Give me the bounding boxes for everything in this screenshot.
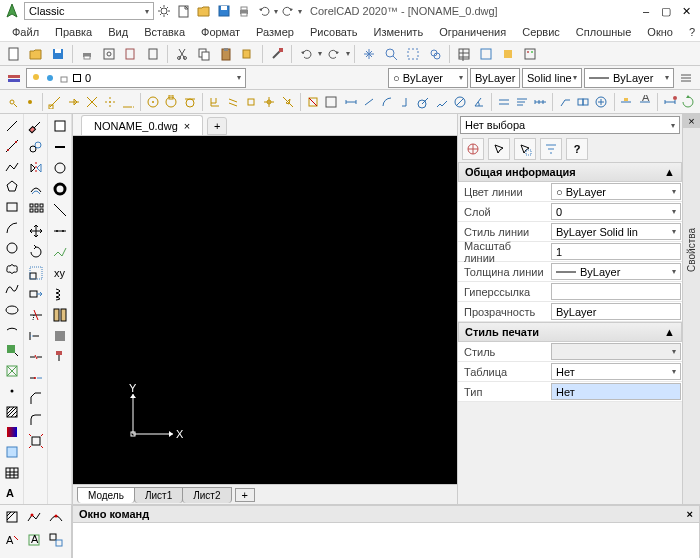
menu-help[interactable]: ? — [685, 24, 699, 40]
linestyle-manager-button[interactable] — [676, 68, 696, 88]
rectangle-button[interactable] — [2, 198, 22, 217]
linecolor-select[interactable]: ○ByLayer▾ — [551, 183, 681, 200]
dim-edit-button[interactable] — [618, 92, 634, 112]
panel-close-button[interactable]: × — [683, 114, 700, 128]
scale-button[interactable] — [26, 263, 46, 283]
arc-button[interactable] — [2, 218, 22, 237]
circle-button[interactable] — [2, 239, 22, 258]
esnap-nod-button[interactable] — [261, 92, 277, 112]
infiniteline-button[interactable] — [2, 136, 22, 155]
menu-service[interactable]: Сервис — [518, 24, 564, 40]
esnap-cen-button[interactable] — [145, 92, 161, 112]
mtext-button[interactable]: A — [2, 484, 22, 503]
dim-update-button[interactable] — [680, 92, 696, 112]
lineweight-select[interactable]: ByLayer ▾ — [584, 68, 674, 88]
preview-button[interactable] — [99, 44, 119, 64]
hatch-button[interactable] — [2, 402, 22, 421]
dim-base-button[interactable] — [514, 92, 530, 112]
undo-dropdown-icon[interactable]: ▾ — [274, 7, 278, 16]
insertblock-button[interactable] — [2, 341, 22, 360]
pick-quick-button[interactable] — [462, 138, 484, 160]
lineweight-select[interactable]: ByLayer▾ — [551, 263, 681, 280]
help-button[interactable]: ? — [566, 138, 588, 160]
table-button[interactable] — [2, 463, 22, 482]
redo-button[interactable] — [324, 44, 344, 64]
selection-combo[interactable]: Нет выбора ▾ — [460, 116, 680, 134]
mirror-button[interactable] — [26, 158, 46, 178]
menu-edit[interactable]: Правка — [51, 24, 96, 40]
esnap-tan-button[interactable] — [182, 92, 198, 112]
polygon-button[interactable] — [2, 177, 22, 196]
minimize-button[interactable]: – — [638, 4, 654, 18]
color-select[interactable]: ○ByLayer ▾ — [388, 68, 468, 88]
model-tab[interactable]: Модель — [77, 487, 135, 503]
add-sheet-button[interactable]: + — [235, 488, 255, 502]
dim-style-button[interactable] — [662, 92, 678, 112]
pan-button[interactable] — [359, 44, 379, 64]
makeblock-button[interactable] — [2, 361, 22, 380]
edit-pline-button[interactable] — [24, 507, 44, 527]
extend-button[interactable] — [26, 326, 46, 346]
mask-button[interactable] — [50, 326, 70, 346]
workspace-selector[interactable]: Classic ▾ — [24, 2, 154, 20]
offset-button[interactable] — [26, 179, 46, 199]
esnap-par-button[interactable] — [225, 92, 241, 112]
explode-button[interactable] — [26, 431, 46, 451]
layer-select[interactable]: 0▾ — [551, 203, 681, 220]
chamfer-button[interactable] — [26, 389, 46, 409]
wipeout-button[interactable] — [50, 116, 70, 136]
xref-button[interactable] — [476, 44, 496, 64]
dim-leader-button[interactable] — [557, 92, 573, 112]
dim-arc-button[interactable] — [379, 92, 395, 112]
type-select[interactable]: Нет — [551, 383, 681, 400]
properties-tab-label[interactable]: Свойства — [686, 228, 697, 272]
cut-button[interactable] — [172, 44, 192, 64]
hyperlink-input[interactable] — [551, 283, 681, 300]
dim-dia-button[interactable] — [452, 92, 468, 112]
sheet1-tab[interactable]: Лист1 — [134, 487, 183, 503]
cursor-window-button[interactable] — [514, 138, 536, 160]
print-icon[interactable] — [236, 3, 252, 19]
dim-rad-button[interactable] — [416, 92, 432, 112]
menu-insert[interactable]: Вставка — [140, 24, 189, 40]
section-print-header[interactable]: Стиль печати ▲ — [458, 322, 682, 342]
alignx-button[interactable] — [50, 221, 70, 241]
redo-icon[interactable] — [280, 3, 296, 19]
rotate-button[interactable] — [26, 242, 46, 262]
menu-file[interactable]: Файл — [8, 24, 43, 40]
undo-dropdown[interactable]: ▾ — [318, 49, 322, 58]
paint-button[interactable] — [50, 347, 70, 367]
paste-button[interactable] — [216, 44, 236, 64]
panel-close-button[interactable]: × — [687, 508, 693, 520]
region-button[interactable] — [2, 443, 22, 462]
save-icon[interactable] — [216, 3, 232, 19]
esnap-node-button[interactable] — [22, 92, 38, 112]
undo-button[interactable] — [296, 44, 316, 64]
join-button[interactable] — [26, 368, 46, 388]
esnap-nea-button[interactable] — [279, 92, 295, 112]
menu-dimension[interactable]: Размер — [252, 24, 298, 40]
menu-draw[interactable]: Рисовать — [306, 24, 362, 40]
add-document-button[interactable]: + — [207, 117, 227, 135]
copy-obj-button[interactable] — [26, 137, 46, 157]
transparency-input[interactable]: ByLayer — [551, 303, 681, 320]
esnap-from-button[interactable] — [4, 92, 20, 112]
attr-sync-button[interactable] — [46, 530, 66, 550]
polyline-button[interactable] — [2, 157, 22, 176]
command-input[interactable] — [72, 523, 700, 558]
layer-select[interactable]: 0 ▾ — [26, 68, 246, 88]
esnap-non-button[interactable] — [304, 92, 320, 112]
save-button[interactable] — [48, 44, 68, 64]
line-button[interactable] — [2, 116, 22, 135]
document-tab[interactable]: NONAME_0.dwg × — [81, 115, 203, 135]
trace-button[interactable] — [50, 137, 70, 157]
dim-ord-button[interactable] — [398, 92, 414, 112]
esnap-end-button[interactable] — [47, 92, 63, 112]
open-button[interactable] — [26, 44, 46, 64]
esnap-appint-button[interactable] — [102, 92, 118, 112]
stretch-button[interactable] — [26, 284, 46, 304]
move-button[interactable] — [26, 221, 46, 241]
edit-spline-button[interactable] — [46, 507, 66, 527]
close-icon[interactable]: × — [184, 120, 190, 132]
matchprop-button[interactable] — [267, 44, 287, 64]
